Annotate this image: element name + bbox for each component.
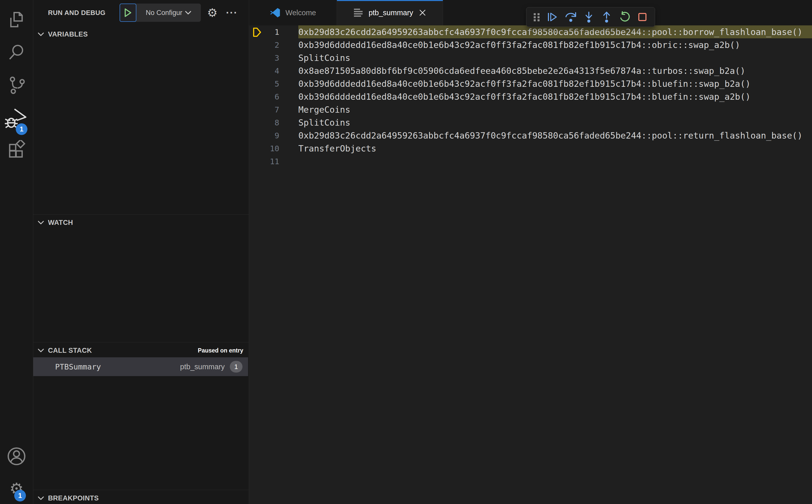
current-line-arrow-icon xyxy=(252,27,262,38)
code-text[interactable]: SplitCoins xyxy=(298,116,812,129)
account-icon xyxy=(7,446,26,466)
sidebar-item-run-and-debug[interactable]: 1 xyxy=(0,104,33,134)
line-number[interactable]: 10 xyxy=(249,144,279,153)
chevron-down-icon xyxy=(185,10,191,15)
run-and-debug-sidebar: RUN AND DEBUG No Configur ⚙ ··· VARIA xyxy=(33,0,249,504)
call-stack-section-label: CALL STACK xyxy=(48,347,92,355)
vscode-logo-icon xyxy=(270,7,281,18)
code-text[interactable]: 0x8ae871505a80d8bf6bf9c05906cda6edfeea46… xyxy=(298,64,812,77)
sidebar-title: RUN AND DEBUG xyxy=(48,9,106,17)
debug-count-badge: 1 xyxy=(16,123,27,135)
code-line: 1 0xb29d83c26cdd2a64959263abbcfc4a6937f0… xyxy=(249,25,812,38)
tab-ptb-summary[interactable]: ptb_summary xyxy=(337,0,443,25)
line-number[interactable]: 3 xyxy=(249,53,279,62)
tab-welcome[interactable]: Welcome xyxy=(249,0,337,25)
stop-button[interactable] xyxy=(637,11,648,23)
step-out-button[interactable] xyxy=(601,11,613,23)
line-number[interactable]: 7 xyxy=(249,105,279,114)
debug-toolbar xyxy=(526,7,655,27)
source-control-icon xyxy=(7,76,26,95)
line-number[interactable]: 9 xyxy=(249,131,279,140)
stack-frame-name: PTBSummary xyxy=(55,362,101,371)
code-text[interactable]: 0xb39d6dddedd16ed8a40ce0b1e6b43c92acf0ff… xyxy=(298,77,812,90)
sidebar-item-extensions[interactable] xyxy=(0,135,33,165)
code-text[interactable]: 0xb39d6dddedd16ed8a40ce0b1e6b43c92acf0ff… xyxy=(298,90,812,103)
code-line: 5 0xb39d6dddedd16ed8a40ce0b1e6b43c92acf0… xyxy=(249,77,812,90)
continue-button[interactable] xyxy=(547,11,558,23)
toolbar-drag-handle[interactable] xyxy=(533,11,541,23)
section-divider xyxy=(33,490,249,490)
views-more-actions-button[interactable]: ··· xyxy=(224,0,239,25)
list-file-icon xyxy=(353,8,364,18)
code-text[interactable]: 0xb29d83c26cdd2a64959263abbcfc4a6937f0c9… xyxy=(298,129,812,142)
close-icon[interactable] xyxy=(419,9,426,16)
section-divider xyxy=(33,342,249,342)
step-over-button[interactable] xyxy=(565,11,577,23)
sidebar-item-explorer[interactable] xyxy=(0,5,33,35)
line-number[interactable]: 8 xyxy=(249,118,279,127)
debug-settings-button[interactable]: ⚙ xyxy=(205,0,220,25)
line-number[interactable]: 6 xyxy=(249,92,279,101)
code-line: 9 0xb29d83c26cdd2a64959263abbcfc4a6937f0… xyxy=(249,129,812,142)
line-number[interactable]: 5 xyxy=(249,79,279,88)
settings-count-badge: 1 xyxy=(14,490,26,501)
code-text[interactable]: MergeCoins xyxy=(298,103,812,116)
configuration-dropdown[interactable]: No Configur xyxy=(136,4,201,22)
code-line: 7 MergeCoins xyxy=(249,103,812,116)
code-line: 4 0x8ae871505a80d8bf6bf9c05906cda6edfeea… xyxy=(249,64,812,77)
breakpoints-section-label: BREAKPOINTS xyxy=(48,494,99,502)
breakpoints-section-header[interactable]: BREAKPOINTS xyxy=(33,492,249,504)
code-text[interactable]: 0xb39d6dddedd16ed8a40ce0b1e6b43c92acf0ff… xyxy=(298,38,812,51)
chevron-down-icon xyxy=(37,496,44,501)
call-stack-section-header[interactable]: CALL STACK Paused on entry xyxy=(33,344,249,357)
variables-section-header[interactable]: VARIABLES xyxy=(33,28,249,41)
tab-ptb-summary-label: ptb_summary xyxy=(369,9,414,17)
extensions-icon xyxy=(7,140,26,159)
code-line: 6 0xb39d6dddedd16ed8a40ce0b1e6b43c92acf0… xyxy=(249,90,812,103)
account-button[interactable] xyxy=(0,441,33,472)
editor-lines: 1 0xb29d83c26cdd2a64959263abbcfc4a6937f0… xyxy=(249,25,812,168)
code-line: 8 SplitCoins xyxy=(249,116,812,129)
stack-frame-line-badge: 1 xyxy=(230,361,242,373)
gear-icon: ⚙ xyxy=(207,7,217,19)
code-line: 3 SplitCoins xyxy=(249,51,812,64)
chevron-down-icon xyxy=(37,348,44,353)
sidebar-item-source-control[interactable] xyxy=(0,70,33,100)
variables-section-label: VARIABLES xyxy=(48,30,88,38)
step-into-button[interactable] xyxy=(583,11,595,23)
code-line: 2 0xb39d6dddedd16ed8a40ce0b1e6b43c92acf0… xyxy=(249,38,812,51)
line-number[interactable]: 11 xyxy=(249,157,279,166)
line-number[interactable]: 2 xyxy=(249,40,279,49)
chevron-down-icon xyxy=(37,32,44,37)
watch-section-label: WATCH xyxy=(48,219,73,227)
line-number[interactable]: 4 xyxy=(249,66,279,75)
explorer-icon xyxy=(7,10,26,29)
play-icon xyxy=(124,8,132,18)
launch-configuration-control: No Configur xyxy=(120,4,201,22)
stack-frame-file: ptb_summary xyxy=(180,363,225,371)
watch-section-header[interactable]: WATCH xyxy=(33,216,249,229)
tab-welcome-label: Welcome xyxy=(285,9,316,17)
editor-group: Welcome ptb_summary xyxy=(249,0,812,504)
code-text[interactable]: SplitCoins xyxy=(298,51,812,64)
call-stack-status: Paused on entry xyxy=(198,347,243,354)
search-icon xyxy=(7,43,26,62)
activity-bar: 1 ⚙ 1 xyxy=(0,0,33,504)
restart-button[interactable] xyxy=(619,11,631,23)
code-line: 11 xyxy=(249,155,812,168)
manage-settings-button[interactable]: ⚙ 1 xyxy=(0,474,33,504)
sidebar-item-search[interactable] xyxy=(0,37,33,68)
chevron-down-icon xyxy=(37,220,44,225)
section-divider xyxy=(33,214,249,215)
configuration-dropdown-label: No Configur xyxy=(146,9,182,17)
call-stack-frame-row[interactable]: PTBSummary ptb_summary 1 xyxy=(33,357,248,376)
code-text[interactable]: 0xb29d83c26cdd2a64959263abbcfc4a6937f0c9… xyxy=(298,25,812,38)
code-text[interactable]: TransferObjects xyxy=(298,142,812,155)
code-text[interactable] xyxy=(298,155,812,168)
code-line: 10 TransferObjects xyxy=(249,142,812,155)
start-debugging-button[interactable] xyxy=(120,4,136,22)
